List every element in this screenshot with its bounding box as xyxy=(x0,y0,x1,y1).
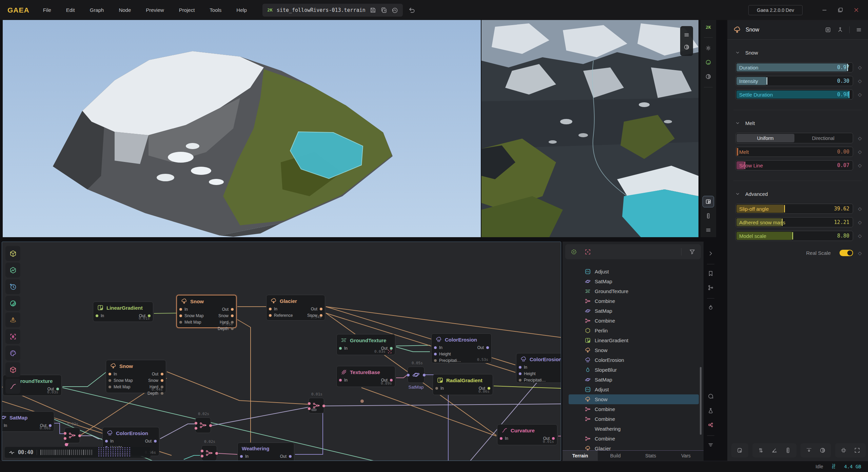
list-item-adjust[interactable]: FxAdjust xyxy=(563,267,704,276)
port-dot[interactable] xyxy=(201,455,203,457)
slider-snow-line[interactable]: Snow Line0.07 xyxy=(735,160,853,170)
tab-terrain[interactable]: Terrain xyxy=(563,451,598,461)
branch-icon[interactable] xyxy=(708,285,714,292)
list-item-combine[interactable]: Combine xyxy=(563,316,704,326)
input-port[interactable]: In xyxy=(240,454,249,459)
list-item-combine[interactable]: Combine xyxy=(563,434,704,444)
menu-item-edit[interactable]: Edit xyxy=(66,7,75,13)
graph-node-ground-texture-2[interactable]: GroundTextureInOut0.03s xyxy=(336,334,395,355)
slider-intensity[interactable]: Intensity0.30 xyxy=(735,76,853,86)
save-copy-icon[interactable] xyxy=(380,7,387,14)
category-circle-hatch-button[interactable] xyxy=(5,296,20,311)
graph-node-combine-b[interactable]: 0.02s xyxy=(195,417,211,433)
lighting-button[interactable] xyxy=(703,42,714,54)
list-item-groundtexture[interactable]: GroundTexture xyxy=(563,286,704,296)
port-dot[interactable] xyxy=(195,427,197,430)
input-port[interactable]: Height xyxy=(519,371,536,376)
slider-slip-off-angle[interactable]: Slip-off angle39.62 xyxy=(735,204,853,214)
node-preview-icon[interactable] xyxy=(825,27,831,33)
list-item-satmap[interactable]: SatMap xyxy=(563,276,704,286)
slider-melt[interactable]: Melt0.00 xyxy=(735,147,853,157)
menu-item-help[interactable]: Help xyxy=(236,7,247,13)
viewport-3d-secondary[interactable] xyxy=(481,20,698,237)
shading-button[interactable] xyxy=(703,57,714,68)
category-clock-button[interactable] xyxy=(5,279,20,294)
port-dot[interactable] xyxy=(209,424,212,427)
input-port[interactable]: In xyxy=(105,439,114,444)
list-item-combine[interactable]: Combine xyxy=(563,404,704,414)
section-header-melt[interactable]: Melt xyxy=(728,120,867,126)
graph-node-glacier[interactable]: GlacierInOutReferenceSnow9.54s xyxy=(266,295,325,321)
list-item-combine[interactable]: Combine xyxy=(563,296,704,306)
port-dot[interactable] xyxy=(201,450,203,452)
flame-icon[interactable] xyxy=(708,305,714,312)
port-dot[interactable] xyxy=(308,407,311,410)
molecule-icon[interactable] xyxy=(708,422,714,429)
viewport-contrast-icon[interactable] xyxy=(684,44,690,50)
input-port[interactable]: In xyxy=(339,346,348,351)
menu-item-project[interactable]: Project xyxy=(179,7,195,13)
input-port[interactable]: Snow Map xyxy=(179,313,204,318)
port-dot[interactable] xyxy=(407,374,410,376)
category-cube-button[interactable] xyxy=(5,362,20,377)
graph-node-color-erosion-2[interactable]: ColorErosionInOutHeightPrecipitati…0.53s xyxy=(431,333,492,363)
download-dots-icon[interactable] xyxy=(806,447,812,453)
list-item-perlin[interactable]: Perlin xyxy=(563,326,704,335)
input-port[interactable]: In xyxy=(435,386,444,391)
input-port[interactable]: In xyxy=(269,307,277,311)
tab-stats[interactable]: Stats xyxy=(633,451,668,461)
graph-node-texture-base[interactable]: TextureBaseInOut0.89s xyxy=(336,366,395,387)
input-port[interactable]: Melt Map xyxy=(179,320,201,325)
output-port[interactable]: Out xyxy=(311,307,322,311)
input-port[interactable]: In xyxy=(2,423,7,428)
properties-menu-icon[interactable] xyxy=(856,27,862,33)
node-pin-icon[interactable] xyxy=(837,27,843,33)
melt-mode-toggle[interactable]: UniformDirectional xyxy=(735,133,853,143)
flask-icon[interactable] xyxy=(708,408,714,415)
viewport-resolution[interactable]: 2K xyxy=(706,25,711,30)
keyframe-diamond[interactable]: ◇ xyxy=(857,206,863,211)
focus-node-icon[interactable] xyxy=(585,249,591,255)
input-port[interactable]: In xyxy=(108,372,117,376)
output-port[interactable]: Snow xyxy=(148,378,163,383)
input-port[interactable]: Height xyxy=(434,352,451,356)
output-port[interactable]: Depth xyxy=(218,326,234,331)
input-port[interactable]: In xyxy=(339,378,348,383)
output-port[interactable]: Out xyxy=(222,307,234,312)
list-item-weathering[interactable]: Weathering xyxy=(563,424,704,434)
graph-node-combine-c[interactable]: 0.02s xyxy=(201,445,217,461)
port-dot[interactable] xyxy=(308,402,311,405)
keyframe-diamond[interactable]: ◇ xyxy=(857,220,863,225)
graph-node-color-erosion-right[interactable]: ColorErosionInOutHeightPrecipitati… xyxy=(516,353,561,383)
section-header-advanced[interactable]: Advanced xyxy=(728,191,867,197)
port-dot[interactable] xyxy=(195,422,197,425)
keyframe-diamond[interactable]: ◇ xyxy=(857,233,863,239)
file-pill[interactable]: 2K site_followRivers-013.terrain xyxy=(262,4,403,17)
slider-duration[interactable]: Duration0.97 xyxy=(735,62,853,73)
input-port[interactable]: In xyxy=(96,313,104,318)
contrast-button[interactable] xyxy=(703,71,714,82)
list-item-satmap[interactable]: SatMap xyxy=(563,306,704,316)
locate-node-icon[interactable] xyxy=(571,249,577,255)
filter-lines-icon[interactable] xyxy=(708,442,714,449)
category-droplet-dots-button[interactable] xyxy=(5,312,20,327)
split-view-button[interactable] xyxy=(703,196,714,207)
maximize-icon[interactable] xyxy=(837,7,843,13)
tab-build[interactable]: Build xyxy=(598,451,633,461)
menu-item-file[interactable]: File xyxy=(43,7,51,13)
measure-button[interactable] xyxy=(703,210,714,222)
viewport-3d-main[interactable] xyxy=(3,20,481,237)
graph-timeline[interactable]: 00:40 xyxy=(5,447,151,458)
graph-node-combine-a[interactable]: 0.02s xyxy=(64,428,80,443)
category-cube-button[interactable] xyxy=(5,246,20,261)
input-port[interactable]: In xyxy=(500,436,508,441)
save-icon[interactable] xyxy=(370,7,376,14)
menu-item-preview[interactable]: Preview xyxy=(146,7,164,13)
input-port[interactable]: Snow Map xyxy=(108,378,133,383)
real-scale-toggle[interactable] xyxy=(840,250,853,256)
list-item-satmap[interactable]: SatMap xyxy=(563,375,704,385)
input-port[interactable]: In xyxy=(179,307,188,312)
menu-item-graph[interactable]: Graph xyxy=(90,7,104,13)
keyframe-diamond[interactable]: ◇ xyxy=(857,78,863,84)
shape-plus-icon[interactable] xyxy=(737,447,743,453)
